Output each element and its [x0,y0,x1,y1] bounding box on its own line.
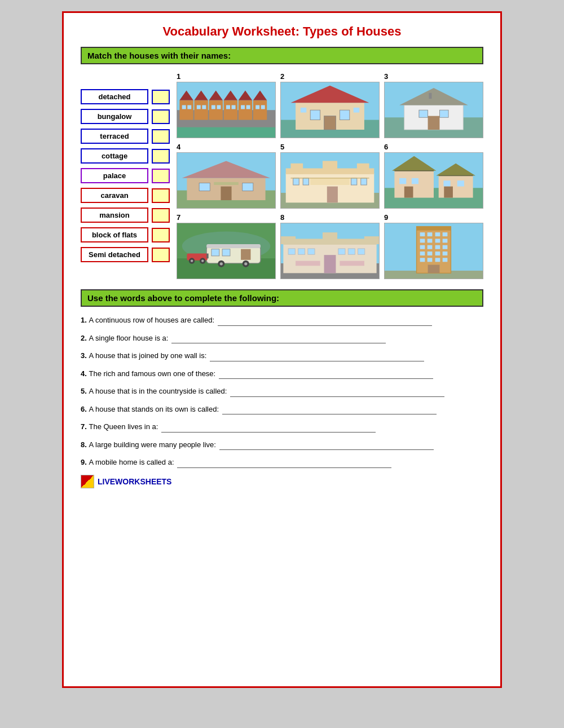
svg-rect-32 [340,110,349,120]
image-cell: 3 [384,72,483,138]
image-number: 7 [177,213,276,222]
item-number: 6. [81,405,89,413]
answer-line[interactable] [177,467,391,468]
svg-rect-49 [243,183,253,191]
svg-rect-40 [419,110,428,117]
word-item: caravan [81,188,171,203]
svg-rect-129 [435,245,440,249]
image-number: 8 [280,213,380,222]
completion-item: 6. A house that stands on its own is cal… [81,404,483,415]
image-grid: 1 2 3 [177,72,483,279]
match-area: detachedbungalowterracedcottagepalacecar… [81,72,483,279]
word-list: detachedbungalowterracedcottagepalacecar… [81,72,171,279]
svg-rect-10 [209,100,223,120]
svg-rect-85 [211,249,219,256]
svg-rect-132 [428,252,433,255]
answer-line[interactable] [171,343,386,343]
svg-rect-35 [354,108,359,113]
svg-rect-87 [241,249,250,260]
section1-header: Match the houses with their names: [81,47,483,64]
image-cell: 9 [384,213,483,279]
svg-rect-2 [179,100,193,120]
answer-line[interactable] [218,325,432,326]
house-image [177,223,276,279]
answer-line[interactable] [222,414,437,414]
item-text: A house that stands on its own is called… [89,405,221,413]
completion-item: 2. A single floor house is a: [81,333,483,344]
svg-rect-119 [420,232,425,236]
svg-rect-51 [214,182,238,185]
word-label: block of flats [81,227,148,242]
house-image [280,223,380,279]
word-item: detached [81,89,171,104]
item-text: A large building were many people live: [89,440,218,449]
item-number: 5. [81,387,89,395]
svg-rect-41 [439,110,448,117]
image-number: 4 [177,143,276,151]
completion-section: Use the words above to complete the foll… [81,289,483,468]
answer-box[interactable] [152,109,170,124]
svg-point-94 [191,259,193,262]
completion-item: 9. A mobile home is called a: [81,457,483,468]
answer-box[interactable] [152,208,170,223]
answer-line[interactable] [230,396,444,397]
item-number: 2. [81,334,89,342]
svg-rect-13 [217,105,221,109]
house-image [280,152,380,209]
house-image [177,82,276,138]
answer-box[interactable] [152,188,170,203]
answer-box[interactable] [152,129,170,144]
svg-rect-24 [255,105,259,109]
svg-rect-113 [340,261,364,266]
answer-box[interactable] [152,248,170,262]
word-item: terraced [81,129,171,144]
svg-rect-122 [443,232,448,236]
svg-rect-77 [444,186,453,197]
word-item: cottage [81,148,171,164]
svg-rect-121 [435,232,440,236]
item-text: A mobile home is called a: [89,458,176,466]
word-label: detached [81,89,148,104]
svg-rect-60 [303,178,309,185]
word-item: block of flats [81,227,171,242]
word-label: caravan [81,188,148,203]
answer-box[interactable] [152,169,170,183]
house-image [280,82,380,138]
completion-item: 5. A house that is in the countryside is… [81,386,483,397]
image-number: 6 [384,143,483,151]
svg-point-91 [244,262,247,265]
svg-rect-136 [428,258,433,262]
svg-rect-124 [428,239,433,242]
svg-rect-107 [308,249,315,254]
answer-line[interactable] [219,378,433,379]
svg-rect-86 [222,249,230,256]
image-cell: 6 [384,143,483,209]
image-cell: 4 [177,143,276,209]
svg-rect-118 [417,227,451,231]
section2-header: Use the words above to complete the foll… [81,289,483,307]
svg-rect-134 [443,252,448,255]
svg-rect-109 [348,249,355,254]
answer-box[interactable] [152,149,170,164]
item-number: 3. [81,351,89,360]
svg-rect-62 [361,178,367,185]
answer-line[interactable] [161,432,376,433]
answer-line[interactable] [219,449,434,450]
item-text: A single floor house is a: [89,334,170,342]
image-number: 5 [280,143,380,151]
word-item: palace [81,168,171,183]
footer-text: LIVEWORKSHEETS [98,477,171,486]
svg-rect-22 [253,100,267,120]
answer-box[interactable] [152,228,170,242]
word-label: cottage [81,148,148,164]
svg-rect-61 [351,178,356,185]
svg-rect-84 [206,244,261,248]
answer-line[interactable] [210,361,424,361]
answer-box[interactable] [152,90,170,104]
svg-rect-110 [358,249,365,254]
completion-item: 7. The Queen lives in a: [81,421,483,433]
image-cell: 7 [177,213,276,279]
svg-rect-68 [394,171,434,198]
svg-rect-21 [246,105,250,109]
svg-rect-56 [290,164,303,174]
